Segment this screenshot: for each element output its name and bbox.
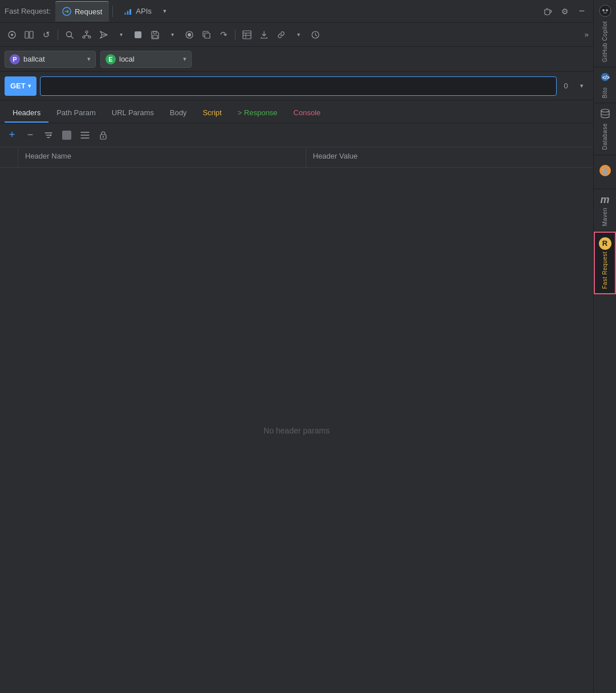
sidebar-item-codeview[interactable]: 代码文搜检索: [594, 155, 616, 189]
color-box-icon[interactable]: [59, 128, 74, 143]
svg-point-20: [50, 134, 52, 136]
split-icon[interactable]: [22, 27, 37, 42]
project-name: ballcat: [23, 55, 84, 63]
save-dropdown[interactable]: ▾: [165, 27, 180, 42]
toolbar-sep-1: [58, 30, 58, 40]
svg-point-11: [88, 36, 91, 38]
svg-rect-3: [129, 9, 131, 15]
add-param-button[interactable]: +: [5, 128, 19, 143]
svg-rect-6: [25, 31, 29, 38]
tab-response[interactable]: > Response: [230, 104, 286, 123]
tab-request[interactable]: Request: [55, 1, 109, 22]
sidebar-item-github-copilot[interactable]: GitHub Copilot: [594, 0, 616, 67]
run-icon[interactable]: [182, 27, 197, 42]
refresh-icon[interactable]: ↺: [39, 27, 54, 42]
svg-rect-1: [124, 13, 126, 15]
maven-icon: m: [600, 194, 609, 206]
structure-icon[interactable]: [79, 27, 94, 42]
env-name: local: [119, 55, 180, 63]
method-chevron: ▾: [28, 83, 31, 89]
checkbox-col-header: [0, 147, 18, 167]
send-dropdown[interactable]: ▾: [114, 27, 128, 42]
search-icon[interactable]: [62, 27, 77, 42]
database-icon: [599, 108, 611, 121]
params-toolbar: + −: [0, 123, 593, 147]
url-counter: 0: [560, 82, 572, 90]
sidebar-label-database: Database: [602, 123, 608, 150]
tab-divider: [112, 6, 113, 17]
sidebar-label-codeview: 代码文搜检索: [601, 178, 609, 180]
empty-message: No header params: [264, 426, 330, 435]
header-name-col: Header Name: [18, 147, 306, 167]
app-title: Fast Request:: [5, 7, 51, 15]
tab-apis[interactable]: APIs: [116, 1, 158, 22]
link-dropdown[interactable]: ▾: [291, 27, 306, 42]
home-icon[interactable]: [5, 27, 19, 42]
empty-state: No header params: [0, 168, 593, 693]
tab-body[interactable]: Body: [162, 104, 195, 123]
filter-icon[interactable]: [41, 128, 56, 143]
tab-script[interactable]: Script: [194, 104, 229, 123]
sidebar-label-bito: Bito: [602, 87, 608, 98]
env-chevron: ▾: [183, 55, 187, 63]
env-row: P ballcat ▾ E local ▾: [0, 47, 593, 72]
redo-icon[interactable]: ↷: [216, 27, 231, 42]
tab-path-param[interactable]: Path Param: [48, 104, 104, 123]
sidebar-label-copilot: GitHub Copilot: [602, 21, 608, 62]
codeview-icon: [599, 165, 611, 176]
svg-point-9: [86, 31, 88, 33]
main-toolbar: ↺ ▾: [0, 23, 593, 47]
sidebar-item-fast-request[interactable]: R Fast Request: [594, 232, 616, 294]
right-sidebar: GitHub Copilot </> Bito Database: [593, 0, 616, 693]
history-icon[interactable]: [308, 27, 323, 42]
sidebar-label-fast-request: Fast Request: [602, 252, 608, 289]
svg-point-25: [606, 9, 608, 11]
svg-point-23: [599, 5, 611, 17]
link-icon[interactable]: [274, 27, 289, 42]
table-header: Header Name Header Value: [0, 147, 593, 168]
copy-icon[interactable]: [199, 27, 214, 42]
svg-rect-7: [30, 31, 33, 38]
sidebar-item-database[interactable]: Database: [594, 103, 616, 155]
svg-point-27: [601, 110, 609, 112]
svg-rect-18: [243, 31, 251, 39]
minimize-icon[interactable]: −: [575, 5, 589, 18]
svg-point-5: [11, 34, 13, 36]
project-avatar: P: [10, 54, 20, 64]
tabs-row: Headers Path Param URL Params Body Scrip…: [0, 100, 593, 123]
export-icon[interactable]: [257, 27, 271, 42]
tab-url-params[interactable]: URL Params: [104, 104, 162, 123]
sidebar-label-maven: Maven: [602, 208, 608, 226]
toolbar-sep-2: [235, 30, 236, 40]
align-icon[interactable]: [78, 128, 92, 143]
stop-icon[interactable]: [131, 27, 145, 42]
save-icon[interactable]: [148, 27, 163, 42]
tab-request-label: Request: [75, 7, 102, 16]
send-icon[interactable]: [96, 27, 111, 42]
svg-point-24: [602, 9, 605, 11]
method-button[interactable]: GET ▾: [5, 76, 37, 96]
tab-console[interactable]: Console: [285, 104, 329, 123]
settings-icon[interactable]: ⚙: [558, 5, 572, 18]
svg-point-22: [103, 136, 104, 137]
svg-rect-14: [153, 35, 157, 38]
tab-apis-label: APIs: [136, 7, 151, 15]
url-dropdown[interactable]: ▾: [575, 79, 589, 93]
remove-param-button[interactable]: −: [23, 128, 38, 143]
coffee-icon[interactable]: [541, 5, 554, 18]
project-dropdown[interactable]: P ballcat ▾: [5, 51, 96, 68]
sidebar-item-bito[interactable]: </> Bito: [594, 67, 616, 103]
lock-icon[interactable]: [96, 128, 111, 143]
tab-headers[interactable]: Headers: [5, 104, 48, 123]
tabs-dropdown[interactable]: ▾: [161, 7, 169, 15]
environment-dropdown[interactable]: E local ▾: [100, 51, 192, 68]
toolbar-more[interactable]: »: [585, 30, 589, 39]
table-icon[interactable]: [240, 27, 254, 42]
bito-icon: </>: [599, 72, 611, 86]
color-swatch: [62, 131, 71, 140]
copilot-icon: [599, 5, 611, 19]
svg-text:</>: </>: [602, 75, 610, 80]
env-avatar: E: [106, 54, 116, 64]
url-input[interactable]: [40, 76, 557, 96]
sidebar-item-maven[interactable]: m Maven: [594, 189, 616, 232]
